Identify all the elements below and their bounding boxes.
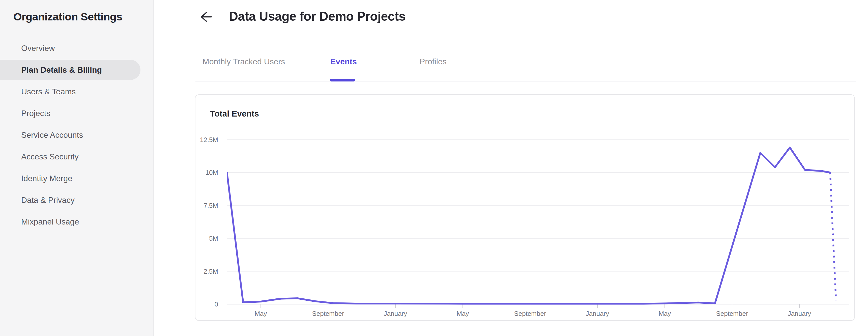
y-axis-label: 12.5M [195,135,218,144]
active-tab-indicator [330,79,355,82]
x-axis-label: September [704,309,760,318]
sidebar-title: Organization Settings [13,10,122,23]
y-axis-label: 5M [195,234,218,243]
page-title: Data Usage for Demo Projects [229,9,405,24]
arrow-left-icon [199,20,213,24]
x-axis-label: January [368,309,423,318]
y-axis-label: 0 [195,300,218,308]
y-axis-label: 2.5M [195,267,218,276]
back-button[interactable] [198,10,213,24]
chart-title: Total Events [210,109,259,119]
sidebar-item-mixpanel-usage[interactable]: Mixpanel Usage [0,211,153,233]
sidebar: Organization Settings Overview Plan Deta… [0,0,154,336]
x-axis-label: January [772,309,827,318]
organization-settings-page: { "sidebar": { "title": "Organization Se… [0,0,868,336]
total-events-card: Total Events 02.5M5M7.5M10M12.5M MaySept… [195,94,855,321]
card-divider [195,133,855,133]
x-axis-label: September [502,309,558,318]
tab-divider [195,81,856,82]
x-axis-label: May [233,309,288,318]
sidebar-item-access-security[interactable]: Access Security [0,146,153,167]
line-chart-canvas[interactable] [227,135,849,312]
tab-monthly-tracked-users[interactable]: Monthly Tracked Users [203,56,285,67]
sidebar-item-identity-merge[interactable]: Identity Merge [0,167,153,189]
sidebar-item-users-teams[interactable]: Users & Teams [0,81,153,102]
sidebar-nav: Overview Plan Details & Billing Users & … [0,37,153,233]
sidebar-item-overview[interactable]: Overview [0,37,153,59]
chart-line-solid [227,148,830,304]
y-axis-label: 7.5M [195,201,218,210]
x-axis-label: September [300,309,356,318]
tab-profiles[interactable]: Profiles [420,56,446,67]
x-axis-label: May [435,309,491,318]
tab-events[interactable]: Events [330,56,357,67]
chart-line-dotted-projection [830,173,836,300]
sidebar-item-service-accounts[interactable]: Service Accounts [0,124,153,146]
sidebar-item-plan-details-billing[interactable]: Plan Details & Billing [0,60,141,80]
y-axis-label: 10M [195,168,218,177]
x-axis-label: May [637,309,692,318]
sidebar-item-projects[interactable]: Projects [0,102,153,124]
sidebar-item-data-privacy[interactable]: Data & Privacy [0,189,153,211]
x-axis-label: January [570,309,625,318]
